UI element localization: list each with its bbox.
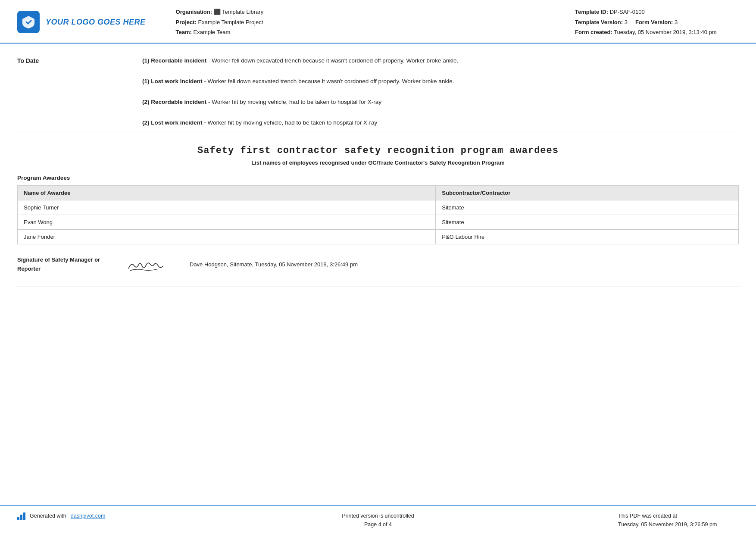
incident-item-4: (2) Lost work incident - Worker hit by m…	[142, 119, 739, 127]
awardee-name-1: Sophie Turner	[18, 200, 436, 215]
safety-subtitle: List names of employees recognised under…	[17, 159, 739, 166]
org-line: Organisation: ⬛ Template Library	[176, 8, 562, 16]
incident-3-text: Worker hit by moving vehicle, had to be …	[212, 99, 381, 105]
signature-label: Signature of Safety Manager or Reporter	[17, 256, 103, 274]
template-version-value: 3	[625, 19, 628, 25]
logo-text: YOUR LOGO GOES HERE	[46, 18, 146, 27]
incident-4-text: Worker hit by moving vehicle, had to be …	[208, 119, 378, 126]
incident-2-text: - Worker fell down excavated trench beca…	[204, 78, 454, 84]
bar-1	[17, 517, 19, 520]
incident-item-2: (1) Lost work incident - Worker fell dow…	[142, 77, 739, 86]
page-wrapper: YOUR LOGO GOES HERE Organisation: ⬛ Temp…	[0, 0, 756, 534]
table-header-row: Name of Awardee Subcontractor/Contractor	[18, 185, 739, 200]
col-header-contractor: Subcontractor/Contractor	[436, 185, 739, 200]
team-line: Team: Example Team	[176, 28, 562, 37]
main-content: To Date (1) Recordable incident - Worker…	[0, 44, 756, 506]
header: YOUR LOGO GOES HERE Organisation: ⬛ Temp…	[0, 0, 756, 44]
form-version-label: Form Version:	[635, 19, 673, 25]
footer-link[interactable]: dashpivot.com	[71, 513, 106, 519]
spacer	[629, 19, 634, 25]
logo-section: YOUR LOGO GOES HERE	[17, 8, 146, 37]
table-row: Sophie Turner Sitemate	[18, 200, 739, 215]
team-value: Example Team	[193, 29, 230, 35]
incident-2-label: (1) Lost work incident	[142, 78, 203, 84]
project-line: Project: Example Template Project	[176, 18, 562, 27]
signature-label-text: Signature of Safety Manager or Reporter	[17, 256, 100, 272]
to-date-label: To Date	[17, 56, 142, 128]
generated-text: Generated with	[30, 513, 66, 519]
awardee-contractor-1: Sitemate	[436, 200, 739, 215]
template-id-value: DP-SAF-0100	[610, 9, 645, 15]
bar-3	[23, 512, 25, 520]
footer-center-line2: Page 4 of 4	[164, 520, 592, 529]
awardee-name-3: Jane Fonder	[18, 229, 436, 244]
template-id-label: Template ID:	[575, 9, 608, 15]
table-row: Evan Wong Sitemate	[18, 215, 739, 229]
awardees-table: Name of Awardee Subcontractor/Contractor…	[17, 185, 739, 244]
awardee-contractor-3: P&G Labour Hire	[436, 229, 739, 244]
incident-item-1: (1) Recordable incident - Worker fell do…	[142, 56, 739, 65]
footer-right: This PDF was created at Tuesday, 05 Nove…	[618, 512, 739, 529]
signature-section: Signature of Safety Manager or Reporter …	[17, 244, 739, 282]
to-date-items: (1) Recordable incident - Worker fell do…	[142, 56, 739, 128]
form-created-value: Tuesday, 05 November 2019, 3:13:40 pm	[614, 29, 716, 35]
team-label: Team:	[176, 29, 192, 35]
incident-1-label: (1) Recordable incident	[142, 57, 206, 64]
logo-svg	[21, 15, 36, 29]
template-id-line: Template ID: DP-SAF-0100	[575, 8, 739, 16]
template-version-label: Template Version:	[575, 19, 623, 25]
signature-drawing	[125, 254, 168, 275]
incident-item-3: (2) Recordable incident - Worker hit by …	[142, 98, 739, 106]
version-line: Template Version: 3 Form Version: 3	[575, 18, 739, 27]
form-created-label: Form created:	[575, 29, 612, 35]
form-version-value: 3	[675, 19, 678, 25]
incident-4-label: (2) Lost work incident -	[142, 119, 206, 126]
signature-image-area	[121, 254, 172, 275]
awardee-name-2: Evan Wong	[18, 215, 436, 229]
footer-center: Printed version is uncontrolled Page 4 o…	[164, 512, 592, 529]
program-awardees-label: Program Awardees	[17, 175, 739, 181]
org-label: Organisation:	[176, 9, 212, 15]
footer-right-line1: This PDF was created at	[618, 512, 739, 520]
project-label: Project:	[176, 19, 197, 25]
header-meta-right: Template ID: DP-SAF-0100 Template Versio…	[575, 8, 739, 37]
bar-2	[20, 515, 22, 520]
safety-section: Safety first contractor safety recogniti…	[17, 132, 739, 287]
signature-meta: Dave Hodgson, Sitemate, Tuesday, 05 Nove…	[190, 261, 358, 268]
dashpivot-icon	[17, 512, 25, 520]
safety-title: Safety first contractor safety recogniti…	[17, 145, 739, 156]
footer-right-line2: Tuesday, 05 November 2019, 3:26:59 pm	[618, 520, 739, 529]
project-value: Example Template Project	[198, 19, 263, 25]
logo-icon	[17, 11, 40, 33]
footer-left: Generated with dashpivot.com	[17, 512, 138, 520]
header-meta-left: Organisation: ⬛ Template Library Project…	[159, 8, 562, 37]
table-row: Jane Fonder P&G Labour Hire	[18, 229, 739, 244]
org-value: ⬛ Template Library	[214, 9, 263, 15]
col-header-name: Name of Awardee	[18, 185, 436, 200]
incident-1-text: - Worker fell down excavated trench beca…	[208, 57, 458, 64]
footer: Generated with dashpivot.com Printed ver…	[0, 505, 756, 534]
to-date-section: To Date (1) Recordable incident - Worker…	[17, 44, 739, 132]
footer-center-line1: Printed version is uncontrolled	[164, 512, 592, 520]
awardee-contractor-2: Sitemate	[436, 215, 739, 229]
form-created-line: Form created: Tuesday, 05 November 2019,…	[575, 28, 739, 37]
incident-3-label: (2) Recordable incident -	[142, 99, 210, 105]
